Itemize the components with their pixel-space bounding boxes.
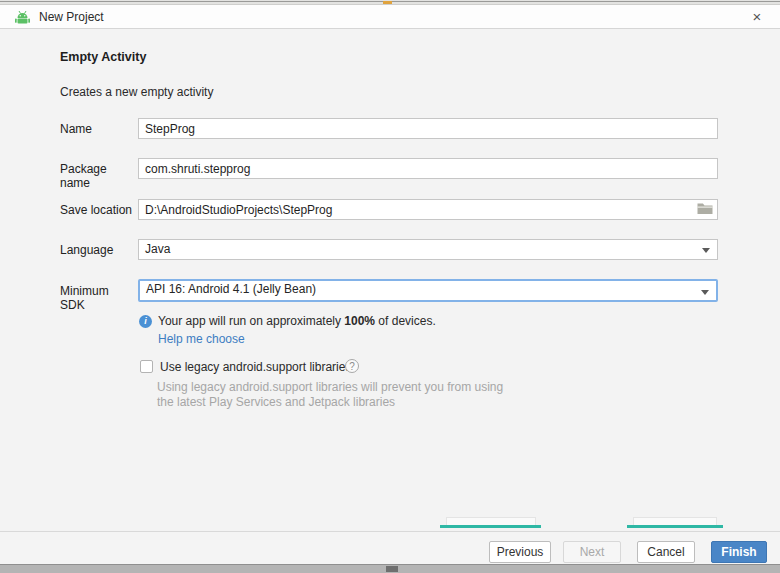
info-icon: i <box>139 315 152 328</box>
save-location-input[interactable] <box>138 199 718 220</box>
background-taskbar-mark <box>386 566 398 572</box>
minimum-sdk-label: Minimum SDK <box>60 284 136 312</box>
language-label: Language <box>60 243 136 257</box>
window-title: New Project <box>39 10 104 25</box>
language-dropdown[interactable]: Java <box>138 239 718 260</box>
package-name-label: Package name <box>60 162 136 190</box>
help-me-choose-link[interactable]: Help me choose <box>158 332 245 346</box>
android-icon <box>14 10 31 25</box>
name-input[interactable] <box>138 118 718 139</box>
background-orange-speck <box>383 1 392 4</box>
device-coverage-text-after: of devices. <box>375 314 436 328</box>
minimum-sdk-value: API 16: Android 4.1 (Jelly Bean) <box>146 282 316 296</box>
device-coverage-text-before: Your app will run on approximately <box>158 314 344 328</box>
activity-subtitle: Creates a new empty activity <box>60 85 213 99</box>
teal-artifact-bar <box>627 525 723 528</box>
previous-button[interactable]: Previous <box>489 541 551 563</box>
save-location-field-wrap <box>138 199 718 220</box>
minimum-sdk-dropdown[interactable]: API 16: Android 4.1 (Jelly Bean) <box>138 279 718 302</box>
legacy-libraries-label: Use legacy android.support libraries <box>160 360 351 374</box>
device-coverage-text: Your app will run on approximately 100% … <box>158 314 436 328</box>
legacy-help-text-line2: the latest Play Services and Jetpack lib… <box>157 395 395 409</box>
dialog-footer: Previous Next Cancel Finish <box>0 531 780 564</box>
name-label: Name <box>60 122 136 136</box>
chevron-down-icon <box>701 290 709 295</box>
save-location-label: Save location <box>60 203 136 217</box>
language-value: Java <box>145 242 170 256</box>
help-question-icon[interactable]: ? <box>345 359 359 373</box>
title-bar: New Project × <box>0 5 780 29</box>
folder-browse-icon[interactable] <box>697 202 713 215</box>
activity-title: Empty Activity <box>60 50 146 64</box>
device-coverage-percent: 100% <box>344 314 375 328</box>
background-bottom-sliver <box>0 564 780 573</box>
legacy-help-text-line1: Using legacy android.support libraries w… <box>157 380 503 394</box>
package-name-input[interactable] <box>138 158 718 179</box>
next-button[interactable]: Next <box>563 541 621 563</box>
teal-artifact-bar <box>440 525 541 528</box>
cancel-button[interactable]: Cancel <box>637 541 695 563</box>
chevron-down-icon <box>702 248 710 253</box>
finish-button[interactable]: Finish <box>711 541 767 563</box>
legacy-libraries-checkbox[interactable] <box>140 360 153 373</box>
new-project-dialog: New Project × Empty Activity Creates a n… <box>0 0 780 573</box>
close-icon[interactable]: × <box>747 7 767 27</box>
